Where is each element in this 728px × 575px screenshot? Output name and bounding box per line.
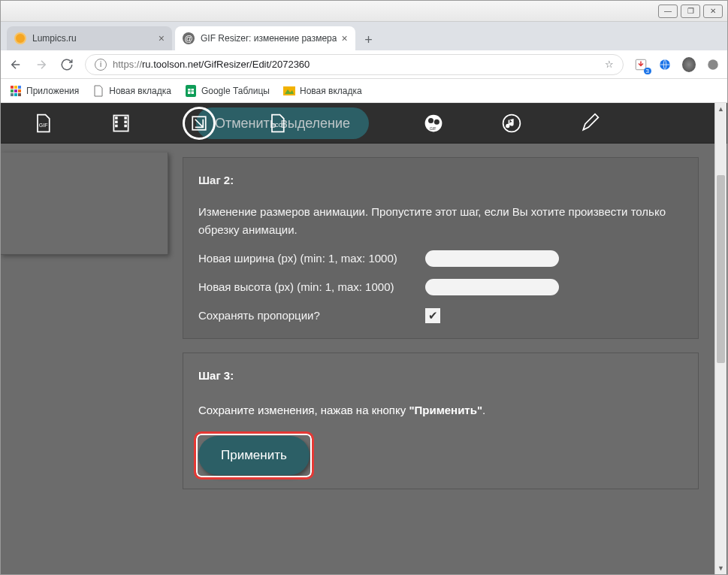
browser-window: — ❐ ✕ Lumpics.ru × @ GIF Resizer: измене…: [0, 0, 728, 575]
scroll-down-icon[interactable]: ▼: [715, 562, 726, 574]
svg-rect-24: [124, 120, 127, 123]
svg-point-33: [434, 119, 440, 124]
svg-rect-22: [115, 124, 118, 127]
tab-gif-resizer[interactable]: @ GIF Resizer: изменение размера ×: [175, 26, 355, 50]
step3-description: Сохраните изменения, нажав на кнопку "Пр…: [198, 401, 683, 419]
bookmark-star-icon[interactable]: ☆: [605, 59, 614, 70]
step3-title: Шаг 3:: [198, 367, 683, 385]
bookmark-new-tab-1[interactable]: Новая вкладка: [92, 85, 171, 97]
bookmarks-apps[interactable]: Приложения: [10, 85, 79, 97]
window-titlebar: — ❐ ✕: [1, 1, 727, 22]
tab-strip: Lumpics.ru × @ GIF Resizer: изменение ра…: [1, 22, 727, 50]
bookmark-label: Новая вкладка: [109, 86, 171, 96]
url-text: https://ru.toolson.net/GifResizer/Edit/2…: [113, 59, 310, 70]
step3-card: Шаг 3: Сохраните изменения, нажав на кно…: [183, 353, 699, 489]
bookmarks-bar: Приложения Новая вкладка Google Таблицы …: [1, 79, 727, 103]
step2-title: Шаг 2:: [198, 171, 683, 189]
browser-menu-icon[interactable]: [706, 58, 720, 71]
tab-favicon: @: [183, 32, 195, 44]
svg-rect-5: [18, 86, 21, 89]
svg-rect-10: [14, 93, 17, 96]
tab-close-icon[interactable]: ×: [159, 32, 165, 44]
tab-title: GIF Resizer: изменение размера: [201, 33, 337, 44]
scroll-thumb[interactable]: [717, 175, 725, 363]
svg-point-32: [428, 118, 433, 123]
new-tab-button[interactable]: +: [358, 29, 379, 50]
url-input[interactable]: i https://ru.toolson.net/GifResizer/Edit…: [85, 54, 624, 75]
step2-description: Изменение размеров анимации. Пропустите …: [198, 203, 683, 239]
svg-rect-25: [124, 124, 127, 127]
bookmark-label: Новая вкладка: [300, 86, 362, 96]
window-close-button[interactable]: ✕: [703, 5, 723, 18]
width-label: Новая ширина (px) (min: 1, max: 1000): [198, 250, 416, 268]
address-bar: i https://ru.toolson.net/GifResizer/Edit…: [1, 50, 727, 79]
svg-rect-4: [14, 86, 17, 89]
tab-close-icon[interactable]: ×: [341, 32, 347, 44]
nav-back-button[interactable]: [8, 57, 23, 72]
toolbar-icons: 3: [634, 58, 720, 71]
nav-reload-button[interactable]: [59, 57, 74, 72]
bookmark-google-sheets[interactable]: Google Таблицы: [185, 85, 270, 97]
vertical-scrollbar[interactable]: ▲ ▼: [714, 103, 726, 574]
nav-forward-button[interactable]: [34, 57, 49, 72]
svg-point-2: [708, 59, 718, 70]
site-info-icon[interactable]: i: [95, 59, 107, 71]
svg-rect-6: [11, 89, 14, 92]
filmstrip-tool-icon[interactable]: [109, 111, 133, 135]
window-maximize-button[interactable]: ❐: [681, 5, 700, 18]
edit-tool-icon[interactable]: [578, 111, 602, 135]
apply-button[interactable]: Применить: [198, 436, 310, 475]
svg-rect-11: [18, 93, 21, 96]
idm-extension-icon[interactable]: 3: [634, 58, 648, 71]
globe-extension-icon[interactable]: [658, 58, 672, 71]
svg-rect-8: [18, 89, 21, 92]
keep-ratio-row: Сохранять пропорции? ✔: [198, 307, 683, 325]
height-field-row: Новая высота (px) (min: 1, max: 1000): [198, 278, 683, 296]
profile-avatar[interactable]: [682, 58, 696, 71]
svg-text:ICO: ICO: [273, 123, 283, 128]
apps-icon: [10, 85, 22, 97]
height-input[interactable]: [425, 279, 559, 295]
width-input[interactable]: [425, 250, 559, 267]
svg-rect-3: [11, 86, 14, 89]
svg-rect-21: [115, 120, 118, 123]
sidebar: [1, 144, 168, 574]
audio-tool-icon[interactable]: [500, 111, 524, 135]
svg-text:GIF: GIF: [39, 123, 48, 128]
height-label: Новая высота (px) (min: 1, max: 1000): [198, 278, 416, 296]
image-icon: [283, 85, 295, 97]
ico-tool-icon[interactable]: ICO: [265, 111, 289, 135]
gif-tool-icon[interactable]: GIF: [31, 111, 55, 135]
step2-card: Шаг 2: Изменение размеров анимации. Проп…: [183, 157, 699, 339]
svg-rect-23: [124, 117, 127, 120]
scroll-up-icon[interactable]: ▲: [715, 103, 726, 115]
keep-ratio-label: Сохранять пропорции?: [198, 307, 416, 325]
sheets-icon: [185, 85, 197, 97]
keep-ratio-checkbox[interactable]: ✔: [425, 308, 440, 323]
window-minimize-button[interactable]: —: [658, 5, 678, 18]
svg-rect-26: [192, 117, 206, 130]
movie-tool-icon[interactable]: GIF: [421, 111, 446, 135]
apply-button-highlight: Применить: [198, 436, 310, 475]
scroll-track[interactable]: [715, 115, 726, 562]
idm-badge: 3: [644, 68, 651, 74]
svg-rect-16: [283, 86, 295, 95]
main-content: Шаг 2: Изменение размеров анимации. Проп…: [168, 144, 727, 574]
site-toolbar: Отменить выделение GIF ICO RAWJPG GIF: [1, 103, 727, 144]
tab-title: Lumpics.ru: [32, 33, 154, 44]
bookmark-new-tab-2[interactable]: Новая вкладка: [283, 85, 362, 97]
width-field-row: Новая ширина (px) (min: 1, max: 1000): [198, 250, 683, 268]
svg-text:GIF: GIF: [430, 126, 436, 130]
svg-rect-20: [115, 117, 118, 120]
svg-rect-7: [14, 89, 17, 92]
sidebar-preview-box: [1, 153, 168, 255]
resize-tool-icon[interactable]: [187, 111, 211, 135]
bookmark-label: Приложения: [26, 86, 79, 96]
page-viewport: Отменить выделение GIF ICO RAWJPG GIF Ша…: [1, 103, 727, 574]
bookmark-label: Google Таблицы: [201, 86, 270, 96]
tab-favicon: [14, 32, 26, 44]
doc-icon: [92, 85, 104, 97]
tab-lumpics[interactable]: Lumpics.ru ×: [7, 26, 172, 50]
svg-rect-9: [11, 93, 14, 96]
